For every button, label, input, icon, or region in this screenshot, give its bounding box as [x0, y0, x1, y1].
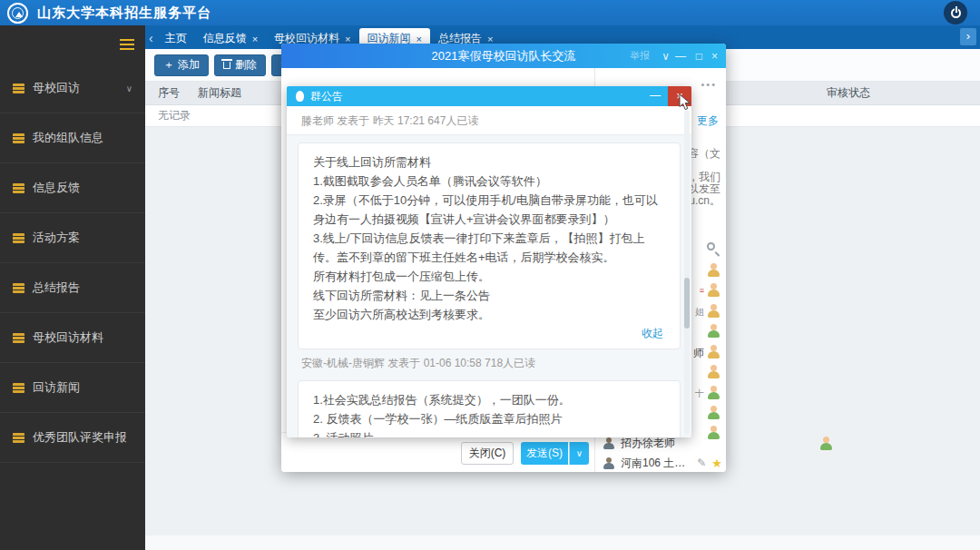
- announcement-preview-fragment: 容（文: [688, 146, 720, 162]
- edit-pencil-icon[interactable]: ✎: [697, 457, 706, 469]
- dialog-scrollbar[interactable]: [684, 110, 690, 434]
- close-icon[interactable]: ×: [711, 44, 718, 68]
- tab-close-icon[interactable]: ×: [252, 34, 258, 44]
- menu-item-icon: [13, 433, 24, 443]
- delete-button[interactable]: 删除: [214, 54, 266, 76]
- add-button[interactable]: ＋添加: [154, 54, 209, 76]
- menu-item-icon: [13, 133, 24, 143]
- send-button[interactable]: 发送(S): [521, 442, 568, 465]
- post-author-line: 安徽-机械-唐铜辉 发表于 01-06 10:58 718人已读: [287, 349, 691, 373]
- qq-penguin-icon: [296, 91, 304, 102]
- sidebar-item-label: 总结报告: [33, 280, 80, 296]
- trash-icon: [223, 62, 230, 69]
- minimize-icon[interactable]: —: [675, 44, 686, 68]
- close-dialog-button[interactable]: 关闭(C): [461, 442, 514, 465]
- dialog-titlebar[interactable]: 群公告 — ×: [287, 86, 691, 106]
- maximize-icon[interactable]: □: [696, 44, 702, 68]
- sidebar-item-label: 回访新闻: [33, 379, 80, 396]
- empty-text: 无记录: [158, 108, 191, 123]
- post-line: 线下回访所需材料：见上一条公告: [313, 286, 665, 305]
- sidebar-item-label: 母校回访材料: [33, 329, 103, 346]
- menu-toggle-button[interactable]: [116, 36, 138, 54]
- sidebar-item-label: 我的组队信息: [33, 130, 103, 146]
- sidebar-item-feedback[interactable]: 信息反馈: [0, 163, 145, 213]
- menu-item-icon: [13, 383, 24, 393]
- member-avatar[interactable]: [707, 263, 721, 277]
- chat-titlebar[interactable]: 2021寒假母校回访队长交流 举报 ∨ — □ ×: [281, 44, 726, 68]
- tab-close-icon[interactable]: ×: [416, 34, 422, 44]
- sidebar-item-muxiaohuifang[interactable]: 母校回访 ∨: [0, 64, 145, 113]
- menu-item-icon: [13, 283, 24, 293]
- member-avatar: [603, 437, 615, 449]
- sidebar-item-activity-plan[interactable]: 活动方案: [0, 213, 145, 263]
- dialog-body: 滕老师 发表于 昨天 17:21 647人已读 关于线上回访所需材料 1.截图截…: [287, 106, 691, 437]
- tab-home[interactable]: 主页: [157, 28, 195, 49]
- menu-item-icon: [13, 83, 24, 93]
- post-line: 3. 活动照片: [313, 428, 665, 437]
- chat-footer: 关闭(C) 发送(S) ∨: [281, 432, 594, 472]
- post-line: 1.社会实践总结报告（系统提交），一团队一份。: [313, 390, 665, 409]
- tab-label: 信息反馈: [203, 31, 247, 46]
- sidebar-item-label: 活动方案: [33, 230, 80, 246]
- chat-title: 2021寒假母校回访队长交流: [432, 48, 576, 64]
- post-line: 1.截图截取参会人员名单（腾讯会议等软件）: [313, 172, 665, 191]
- announcement-post: 1.社会实践总结报告（系统提交），一团队一份。 2. 反馈表（一学校一张）—纸质…: [298, 380, 681, 437]
- member-avatar[interactable]: [707, 406, 721, 419]
- tab-close-icon[interactable]: ×: [345, 34, 350, 44]
- post-line: 2. 反馈表（一学校一张）—纸质版盖章后拍照片: [313, 409, 665, 428]
- sidebar-item-label: 母校回访: [33, 80, 80, 96]
- search-icon[interactable]: [707, 242, 715, 250]
- sidebar-item-revisit-material[interactable]: 母校回访材料: [0, 313, 145, 363]
- sidebar-item-summary-report[interactable]: 总结报告: [0, 263, 145, 313]
- tab-feedback[interactable]: 信息反馈 ×: [195, 28, 266, 49]
- sidebar-item-label: 优秀团队评奖申报: [33, 429, 127, 446]
- collapse-link[interactable]: 收起: [313, 324, 665, 341]
- content-footer-strip: [145, 535, 980, 550]
- sidebar: 母校回访 ∨ 我的组队信息 信息反馈 活动方案 总结报告 母校回访材料 回访新闻: [0, 25, 145, 550]
- sidebar-item-label: 信息反馈: [33, 180, 80, 196]
- post-line: 至少回访六所高校达到考核要求。: [313, 305, 665, 324]
- chevron-down-icon[interactable]: ∨: [662, 44, 670, 68]
- menu-item-icon: [13, 183, 24, 193]
- close-icon[interactable]: ×: [668, 86, 691, 106]
- member-avatar[interactable]: [707, 324, 721, 338]
- tab-close-icon[interactable]: ×: [487, 34, 493, 44]
- minimize-icon[interactable]: —: [650, 86, 661, 106]
- member-avatar[interactable]: [707, 365, 721, 378]
- member-avatar[interactable]: [707, 345, 721, 358]
- sidebar-item-award-apply[interactable]: 优秀团队评奖申报: [0, 413, 145, 463]
- send-options-chevron-icon[interactable]: ∨: [569, 442, 589, 465]
- dialog-title: 群公告: [310, 89, 343, 104]
- more-link[interactable]: 更多: [697, 113, 719, 129]
- chevron-down-icon: ∨: [126, 83, 132, 93]
- scrollbar-thumb[interactable]: [684, 278, 690, 329]
- logout-button[interactable]: [944, 1, 967, 25]
- member-avatar[interactable]: [707, 386, 721, 399]
- column-header-status: 审核状态: [717, 85, 980, 101]
- member-avatar: [819, 437, 834, 450]
- sidebar-item-revisit-news[interactable]: 回访新闻: [0, 363, 145, 413]
- sidebar-item-team-info[interactable]: 我的组队信息: [0, 113, 145, 163]
- column-header-index: 序号: [145, 85, 198, 101]
- post-author-line: 滕老师 发表于 昨天 17:21 647人已读: [287, 106, 691, 135]
- menu-item-icon: [13, 333, 24, 343]
- group-announcement-dialog: 群公告 — × 滕老师 发表于 昨天 17:21 647人已读 关于线上回访所需…: [287, 86, 691, 437]
- favorite-star-icon[interactable]: ★: [711, 457, 722, 470]
- power-icon: [951, 8, 961, 18]
- tab-scroll-left-icon[interactable]: ‹: [149, 31, 153, 45]
- member-name: 河南106 土建 焦: [621, 456, 693, 471]
- report-button[interactable]: 举报: [630, 44, 650, 68]
- post-line: 3.线上/下回访信息反馈表一律打印下来盖章后，【拍照】打包上传。盖不到章的留下班…: [313, 229, 665, 267]
- more-menu-icon[interactable]: •••: [701, 79, 717, 90]
- member-name: 招办徐老师: [621, 436, 675, 451]
- page-title: 山东大学本科招生服务平台: [37, 5, 211, 22]
- member-avatar[interactable]: [707, 304, 721, 318]
- tab-scroll-right-icon[interactable]: ›: [960, 28, 976, 45]
- post-line: 2.录屏（不低于10分钟，可以使用手机/电脑自带录屏功能，也可以身边有一人拍摄视…: [313, 191, 665, 229]
- top-header: 山东大学本科招生服务平台: [0, 0, 980, 25]
- post-line: 关于线上回访所需材料: [313, 152, 665, 172]
- member-row[interactable]: 河南106 土建 焦 ✎ ★: [603, 455, 722, 471]
- plus-icon: ＋: [163, 57, 174, 73]
- member-avatar[interactable]: [707, 283, 721, 297]
- sidebar-menu: 母校回访 ∨ 我的组队信息 信息反馈 活动方案 总结报告 母校回访材料 回访新闻: [0, 64, 145, 463]
